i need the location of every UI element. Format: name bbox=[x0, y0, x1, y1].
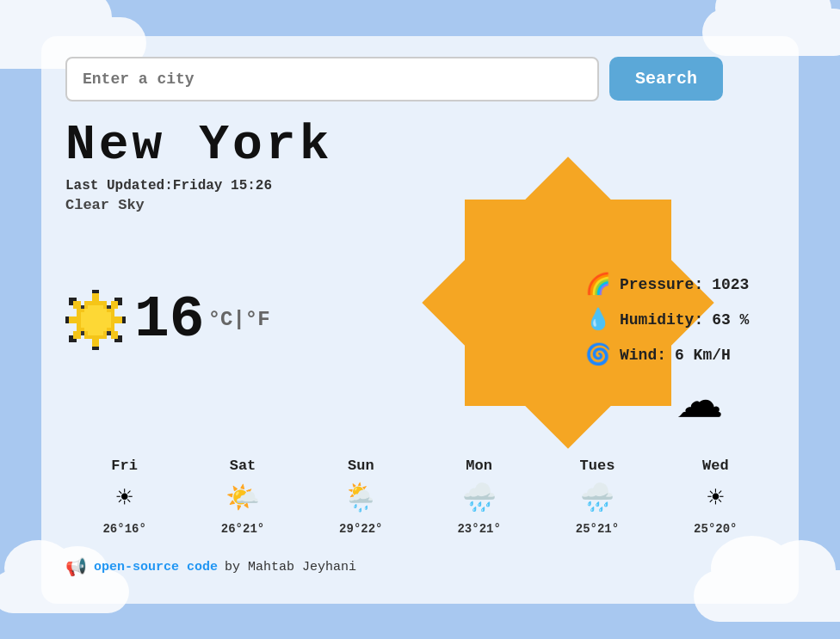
temperature-display: 16 °C|°F bbox=[134, 286, 270, 353]
wind-label: Wind: bbox=[620, 347, 666, 364]
forecast-day-name: Sat bbox=[230, 458, 256, 474]
svg-rect-15 bbox=[73, 301, 81, 309]
humidity-icon: 💧 bbox=[585, 307, 611, 332]
temp-value: 16 bbox=[134, 286, 205, 353]
open-source-link[interactable]: open-source code bbox=[94, 560, 218, 574]
forecast-temps: 26°16° bbox=[102, 522, 145, 536]
humidity-stat: 💧 Humidity: 63 % bbox=[585, 307, 775, 332]
forecast-temps: 25°21° bbox=[576, 522, 619, 536]
wind-icon: 🌀 bbox=[585, 342, 611, 367]
weather-card: Search New York Last Updated:Friday 15:2… bbox=[41, 36, 799, 604]
svg-rect-11 bbox=[73, 331, 81, 339]
forecast-day: Sat 🌤️ 26°21° bbox=[183, 458, 301, 536]
footer: 📢 open-source code by Mahtab Jeyhani bbox=[65, 556, 775, 578]
search-row: Search bbox=[65, 57, 775, 101]
svg-rect-7 bbox=[111, 331, 119, 339]
forecast-day-name: Sun bbox=[348, 458, 374, 474]
wind-value: 6 Km/H bbox=[675, 347, 731, 364]
svg-rect-1 bbox=[92, 293, 100, 301]
search-input[interactable] bbox=[65, 57, 599, 101]
svg-rect-13 bbox=[69, 316, 77, 323]
search-button[interactable]: Search bbox=[609, 57, 723, 101]
forecast-weather-icon: 🌦️ bbox=[343, 481, 378, 515]
forecast-day-name: Wed bbox=[702, 458, 729, 474]
forecast-temps: 29°22° bbox=[339, 522, 382, 536]
svg-rect-5 bbox=[114, 316, 122, 323]
svg-rect-22 bbox=[81, 304, 84, 308]
forecast-temps: 23°21° bbox=[457, 522, 500, 536]
forecast-weather-icon: 🌤️ bbox=[225, 481, 260, 515]
sun-icon bbox=[65, 290, 126, 350]
forecast-weather-icon: ☀️ bbox=[116, 481, 133, 515]
svg-rect-25 bbox=[107, 331, 110, 335]
forecast-day-name: Tues bbox=[580, 458, 615, 474]
svg-rect-24 bbox=[81, 331, 84, 335]
forecast-row: Fri ☀️ 26°16° Sat 🌤️ 26°21° Sun 🌦️ 29°22… bbox=[65, 449, 775, 536]
main-weather-section: 16 °C|°F ☁️ 🌈 Pressure: 1023 💧 Humidity:… bbox=[65, 225, 775, 415]
forecast-temps: 25°20° bbox=[694, 522, 737, 536]
forecast-weather-icon: 🌧️ bbox=[462, 481, 497, 515]
forecast-day: Mon 🌧️ 23°21° bbox=[420, 458, 538, 536]
footer-author: by Mahtab Jeyhani bbox=[225, 560, 356, 574]
svg-rect-23 bbox=[107, 304, 110, 308]
svg-rect-3 bbox=[111, 301, 119, 309]
pressure-stat: 🌈 Pressure: 1023 bbox=[585, 272, 775, 297]
forecast-day: Tues 🌧️ 25°21° bbox=[538, 458, 656, 536]
svg-rect-21 bbox=[81, 312, 111, 328]
forecast-day-name: Mon bbox=[466, 458, 492, 474]
wind-stat: 🌀 Wind: 6 Km/H bbox=[585, 342, 775, 367]
humidity-value: 63 % bbox=[712, 311, 749, 329]
forecast-temps: 26°21° bbox=[221, 522, 264, 536]
weather-stats: 🌈 Pressure: 1023 💧 Humidity: 63 % 🌀 Wind… bbox=[585, 272, 775, 367]
pressure-icon: 🌈 bbox=[585, 272, 611, 297]
pressure-value: 1023 bbox=[712, 276, 749, 293]
pressure-label: Pressure: bbox=[620, 276, 703, 293]
svg-rect-9 bbox=[92, 338, 100, 346]
forecast-day: Wed ☀️ 25°20° bbox=[657, 458, 775, 536]
forecast-day-name: Fri bbox=[111, 458, 138, 474]
forecast-weather-icon: ☀️ bbox=[707, 481, 724, 515]
forecast-weather-icon: 🌧️ bbox=[580, 481, 615, 515]
forecast-day: Fri ☀️ 26°16° bbox=[65, 458, 183, 536]
forecast-day: Sun 🌦️ 29°22° bbox=[302, 458, 420, 536]
megaphone-icon: 📢 bbox=[65, 556, 87, 578]
temp-unit-toggle[interactable]: °C|°F bbox=[208, 308, 270, 331]
humidity-label: Humidity: bbox=[620, 311, 703, 329]
